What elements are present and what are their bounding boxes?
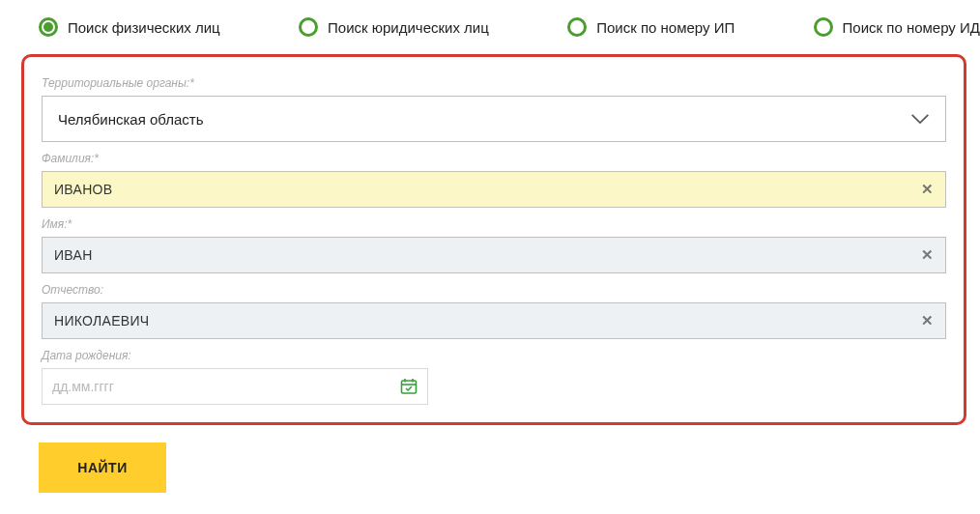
radio-icon: [299, 17, 318, 37]
territory-value: Челябинская область: [58, 111, 204, 128]
clear-icon[interactable]: ✕: [921, 181, 934, 198]
search-form-highlight: Территориальные органы:* Челябинская обл…: [21, 54, 966, 425]
patronymic-input[interactable]: НИКОЛАЕВИЧ ✕: [42, 302, 946, 339]
lastname-label: Фамилия:*: [42, 152, 946, 165]
patronymic-value: НИКОЛАЕВИЧ: [54, 313, 150, 328]
firstname-value: ИВАН: [54, 247, 93, 263]
tab-ip-number[interactable]: Поиск по номеру ИП: [567, 17, 735, 37]
radio-icon: [814, 17, 833, 37]
birthdate-placeholder: дд.мм.гггг: [52, 379, 114, 394]
tab-legal-entities[interactable]: Поиск юридических лиц: [299, 17, 489, 37]
territory-select[interactable]: Челябинская область: [42, 96, 946, 142]
tab-individuals[interactable]: Поиск физических лиц: [39, 17, 220, 37]
search-type-tabs: Поиск физических лиц Поиск юридических л…: [0, 0, 980, 54]
firstname-label: Имя:*: [42, 217, 946, 231]
firstname-input[interactable]: ИВАН ✕: [42, 237, 946, 273]
tab-label: Поиск по номеру ИД: [843, 19, 980, 36]
clear-icon[interactable]: ✕: [921, 312, 934, 329]
lastname-input[interactable]: ИВАНОВ ✕: [42, 171, 946, 208]
search-button[interactable]: НАЙТИ: [39, 443, 166, 493]
clear-icon[interactable]: ✕: [921, 246, 934, 264]
birthdate-label: Дата рождения:: [42, 349, 946, 362]
radio-icon: [567, 17, 587, 37]
birthdate-input[interactable]: дд.мм.гггг: [42, 368, 428, 405]
svg-rect-0: [402, 381, 417, 393]
tab-label: Поиск по номеру ИП: [596, 19, 735, 36]
chevron-down-icon: [910, 113, 930, 125]
calendar-icon[interactable]: [400, 378, 418, 395]
tab-label: Поиск физических лиц: [68, 19, 220, 36]
radio-selected-icon: [39, 17, 58, 37]
tab-id-number[interactable]: Поиск по номеру ИД: [814, 17, 980, 37]
patronymic-label: Отчество:: [42, 283, 946, 297]
lastname-value: ИВАНОВ: [54, 182, 112, 197]
tab-label: Поиск юридических лиц: [328, 19, 489, 36]
territory-label: Территориальные органы:*: [42, 76, 946, 90]
